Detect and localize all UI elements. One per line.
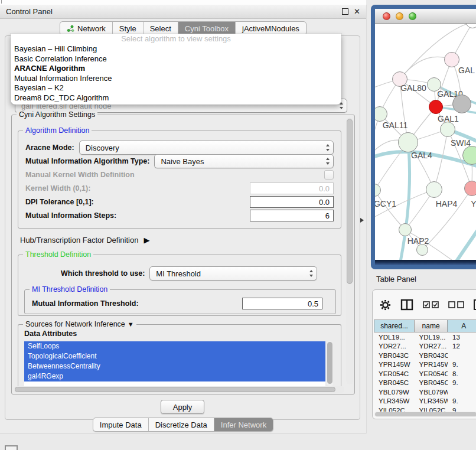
- dropdown-item-basic-correlation-inference[interactable]: Basic Correlation Inference: [11, 54, 341, 64]
- threshold-definition-title: Threshold Definition: [23, 250, 93, 259]
- table-row[interactable]: YER054CYER054C8.: [374, 369, 476, 379]
- close-traffic-light-icon[interactable]: [383, 12, 390, 20]
- dropdown-item-dream8-dc-tdc-algorithm[interactable]: Dream8 DC_TDC Algorithm: [11, 93, 341, 103]
- dropdown-item-aracne-algorithm[interactable]: ARACNE Algorithm: [11, 64, 341, 74]
- panel-splitter-arrow-icon[interactable]: [360, 218, 364, 223]
- table-row[interactable]: YDR27...YDR27...12: [374, 342, 476, 351]
- attribute-item-topologicalcoefficient[interactable]: TopologicalCoefficient: [24, 351, 325, 361]
- tab-infer-network[interactable]: Infer Network: [214, 418, 273, 431]
- control-panel-title: Control Panel: [6, 7, 53, 16]
- tab-label: Discretize Data: [155, 420, 207, 429]
- table-header-row: shared...nameA: [374, 319, 476, 332]
- network-node-swi4[interactable]: [440, 122, 455, 137]
- collapse-triangle-icon: ▼: [128, 321, 134, 328]
- table-cell: 13: [448, 334, 476, 341]
- table-row[interactable]: YDL19...YDL19...13: [374, 332, 476, 342]
- aracne-mode-row: Aracne Mode: Discovery: [25, 141, 334, 154]
- dpi-tolerance-field[interactable]: 0.0: [250, 196, 334, 208]
- data-attributes-label: Data Attributes: [24, 330, 77, 338]
- column-header-a[interactable]: A: [448, 319, 476, 332]
- network-window-titlebar: [375, 9, 476, 24]
- minimize-traffic-light-icon[interactable]: [396, 12, 403, 20]
- tab-jactivemnodules[interactable]: jActiveMNodules: [235, 22, 306, 35]
- table-row[interactable]: YBL079WYBL079W: [374, 387, 476, 397]
- split-view-icon[interactable]: [400, 299, 413, 311]
- mi-steps-field[interactable]: 6: [250, 210, 334, 221]
- aracne-mode-combobox[interactable]: Discovery: [79, 141, 334, 155]
- table-row[interactable]: YPR145WYPR145W9.: [374, 360, 476, 370]
- dropdown-placeholder: Select algorithm to view settings: [11, 34, 341, 44]
- table-horizontal-scrollbar[interactable]: [374, 412, 476, 417]
- table-row[interactable]: YBR045CYBR045C9.: [374, 379, 476, 388]
- screenshot-stage: Control Panel ✕ NetworkStyleSelectCyni T…: [0, 0, 476, 450]
- network-canvas[interactable]: GALGAL80GAL10GAL1GAL11SWI4GAL4GCY1HAP4YH…: [375, 24, 476, 260]
- deselect-all-checkboxes-icon[interactable]: [448, 301, 464, 309]
- network-node-hap4[interactable]: [426, 181, 442, 198]
- table-row[interactable]: YLR345WYLR345W9.: [374, 397, 476, 406]
- network-node-y[interactable]: [464, 181, 476, 196]
- tab-label: Infer Network: [221, 420, 266, 429]
- column-header-name[interactable]: name: [415, 319, 448, 332]
- table-panel-title: Table Panel: [376, 275, 416, 283]
- table-row[interactable]: YBR043CYBR043C: [374, 351, 476, 360]
- tab-label: Cyni Toolbox: [185, 24, 229, 33]
- settings-vertical-scrollbar[interactable]: [346, 118, 353, 384]
- gear-icon[interactable]: [380, 299, 391, 311]
- table-cell: YDR27...: [415, 343, 448, 350]
- network-node[interactable]: [416, 244, 428, 256]
- network-node-gal4[interactable]: [398, 132, 418, 152]
- dropdown-item-bayesian-k2[interactable]: Bayesian – K2: [11, 83, 341, 93]
- expand-triangle-icon: ▶: [144, 236, 149, 244]
- settings-horizontal-scrollbar[interactable]: [14, 386, 344, 393]
- attributes-list-scrollbar[interactable]: [327, 341, 333, 386]
- mi-threshold-definition-title: MI Threshold Definition: [30, 285, 110, 294]
- algorithm-definition-group: Algorithm Definition Aracne Mode: Discov…: [18, 131, 341, 229]
- node-label-hap2: HAP2: [407, 236, 429, 246]
- attribute-item-selfloops[interactable]: SelfLoops: [24, 341, 325, 351]
- select-all-checkboxes-icon[interactable]: [423, 301, 439, 309]
- minimized-panel-icon[interactable]: [5, 445, 18, 450]
- network-node-hap2[interactable]: [399, 223, 412, 236]
- sources-group-title: Sources for Network Inference▼: [23, 320, 136, 328]
- data-attributes-list[interactable]: SelfLoopsTopologicalCoefficientBetweenne…: [24, 341, 325, 386]
- tab-cyni-toolbox[interactable]: Cyni Toolbox: [178, 22, 235, 35]
- close-window-icon[interactable]: ✕: [354, 8, 360, 15]
- network-node-gal[interactable]: [444, 52, 459, 67]
- dropdown-item-mutual-information-inference[interactable]: Mutual Information Inference: [11, 74, 341, 84]
- mi-threshold-definition-group: MI Threshold Definition Mutual Informati…: [24, 289, 336, 314]
- dropdown-item-bayesian-hill-climbing[interactable]: Bayesian – Hill Climbing: [11, 44, 341, 54]
- mi-threshold-field[interactable]: 0.5: [242, 298, 322, 309]
- zoom-traffic-light-icon[interactable]: [409, 12, 416, 20]
- table-body: YDL19...YDL19...13YDR27...YDR27...12YBR0…: [374, 332, 476, 415]
- network-node[interactable]: [452, 94, 471, 113]
- new-column-icon[interactable]: [474, 299, 476, 310]
- tab-select[interactable]: Select: [143, 22, 178, 35]
- tab-label: Style: [119, 24, 136, 33]
- cyni-bottom-tabs: Impute DataDiscretize DataInfer Network: [93, 418, 273, 432]
- tab-style[interactable]: Style: [112, 22, 143, 35]
- kernel-width-row: Kernel Width (0,1): 0.0: [25, 182, 334, 195]
- manual-kernel-width-checkbox[interactable]: [324, 170, 334, 180]
- which-threshold-value: MI Threshold: [156, 269, 309, 278]
- combo-stepper-icon: [325, 144, 330, 152]
- network-view-window[interactable]: GALGAL80GAL10GAL1GAL11SWI4GAL4GCY1HAP4YH…: [371, 5, 476, 269]
- float-window-icon[interactable]: [342, 8, 348, 15]
- which-threshold-combobox[interactable]: MI Threshold: [149, 266, 317, 281]
- node-label-hap4: HAP4: [436, 199, 458, 208]
- kernel-width-field[interactable]: 0.0: [250, 182, 334, 194]
- table-cell: YLR345W: [415, 397, 448, 405]
- tab-impute-data[interactable]: Impute Data: [93, 418, 148, 431]
- table-cell: 12: [448, 343, 476, 350]
- attribute-item-betweennesscentrality[interactable]: BetweennessCentrality: [24, 361, 325, 371]
- mi-algorithm-type-combobox[interactable]: Naive Bayes: [154, 154, 334, 168]
- network-node-gal1[interactable]: [429, 100, 443, 114]
- column-header-shared[interactable]: shared...: [374, 319, 415, 332]
- apply-button[interactable]: Apply: [161, 400, 204, 414]
- which-threshold-row: Which threshold to use: MI Threshold: [25, 267, 334, 280]
- tab-discretize-data[interactable]: Discretize Data: [148, 418, 214, 431]
- table-cell: YBR043C: [415, 352, 448, 359]
- tab-network[interactable]: Network: [60, 22, 112, 35]
- network-window-bottom-frame: [375, 260, 476, 265]
- attribute-item-gal4rgexp[interactable]: gal4RGexp: [24, 371, 325, 381]
- hub-definition-expander[interactable]: Hub/Transcription Factor Definition ▶: [20, 236, 149, 244]
